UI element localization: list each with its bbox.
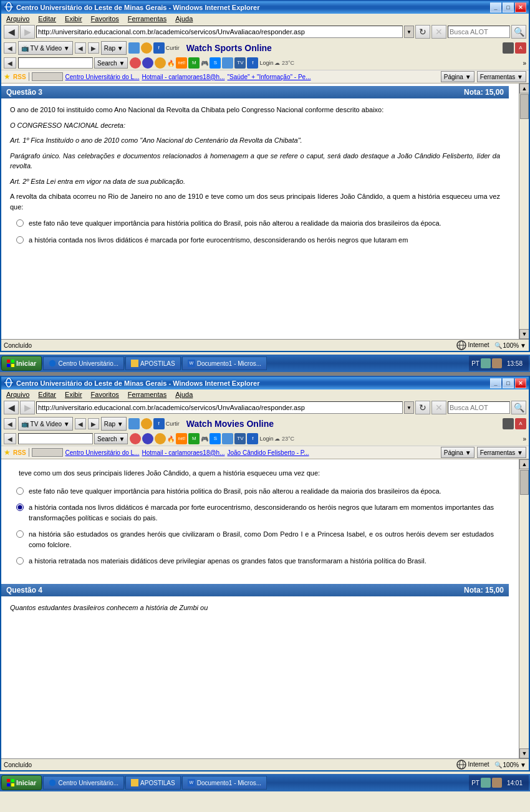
link-centro-2[interactable]: Centro Universitário do L... (65, 449, 140, 456)
scroll-down-2[interactable]: ▼ (519, 748, 529, 758)
sep1 (29, 72, 29, 81)
nav-back3-1[interactable]: ◀ (4, 57, 16, 69)
scroll-down-1[interactable]: ▼ (519, 329, 529, 339)
radio-option-b-1[interactable] (16, 236, 24, 244)
svg-rect-8 (7, 364, 10, 367)
lang-pt-2: PT (471, 780, 479, 786)
svg-rect-6 (7, 360, 10, 363)
zoom-icon-2: 🔍 (494, 762, 502, 768)
maximize-button-1[interactable]: □ (503, 2, 514, 12)
scroll-up-2[interactable]: ▲ (519, 459, 529, 469)
menu-favoritos-2[interactable]: Favoritos (89, 390, 122, 399)
taskbar-item-doc-1[interactable]: W Documento1 - Micros... (182, 356, 267, 370)
search-input2-1[interactable] (18, 57, 93, 69)
menu-exibir-1[interactable]: Exibir (62, 14, 85, 23)
search-btn2-2[interactable]: Search ▼ (94, 433, 128, 444)
scroll-thumb-1[interactable] (520, 94, 529, 119)
tray-icon-3 (481, 778, 491, 788)
menu-ajuda-2[interactable]: Ajuda (173, 390, 195, 399)
refresh-button-2[interactable]: ↻ (415, 401, 430, 414)
search-area-1: 🔍 (448, 25, 526, 39)
media-back-1[interactable]: ◀ (75, 42, 86, 54)
tab-icon-area-1 (32, 72, 63, 81)
radio-option-a-2[interactable] (16, 487, 24, 495)
address-dropdown-2[interactable]: ▼ (404, 401, 414, 414)
rap-btn-2[interactable]: Rap ▼ (101, 417, 127, 431)
menu-editar-1[interactable]: Editar (36, 14, 59, 23)
taskbar-item-doc-2[interactable]: W Documento1 - Micros... (182, 776, 267, 790)
close-button-2[interactable]: ✕ (515, 378, 526, 388)
zoom-dropdown-1[interactable]: ▼ (520, 342, 526, 349)
taskbar-item-centro-2[interactable]: Centro Universitário... (43, 776, 124, 790)
nav-back3-2[interactable]: ◀ (4, 433, 16, 444)
search-btn2-1[interactable]: Search ▼ (94, 57, 128, 69)
link-joao-2[interactable]: João Cândido Felisberto - P... (228, 449, 309, 456)
question4-label: Questão 4 (6, 586, 42, 595)
link-hotmail-1[interactable]: Hotmail - carlamoraes18@h... (142, 74, 225, 80)
search-button-2[interactable]: 🔍 (511, 401, 526, 414)
tv-video-btn-2[interactable]: 📺 TV & Video ▼ (18, 417, 73, 431)
radio-option-b-2[interactable] (16, 504, 24, 511)
menu-arquivo-2[interactable]: Arquivo (4, 390, 32, 399)
rap-btn-1[interactable]: Rap ▼ (101, 41, 127, 55)
watch-movies-label-2: Watch Movies Online (186, 419, 274, 429)
links-bar-1: ★ RSS Centro Universitário do L... Hotma… (1, 70, 529, 83)
taskbar-item-apostilas-2[interactable]: APOSTILAS (125, 776, 181, 790)
minimize-button-2[interactable]: _ (490, 378, 501, 388)
close-button-1[interactable]: ✕ (515, 2, 526, 12)
toolbar-row3-1: ◀ Search ▼ 🔥 net! M 🎮 S TV f Login ☁ 23°… (1, 56, 529, 70)
stop-button-2[interactable]: ✕ (431, 401, 446, 414)
ferramentas-btn-2[interactable]: Ferramentas ▼ (477, 447, 526, 458)
radio-option-a-1[interactable] (16, 219, 24, 227)
start-button-2[interactable]: Iniciar (1, 775, 42, 790)
toolbar-icons-1: f Curtir (128, 42, 180, 54)
media-play-2[interactable]: ▶ (88, 418, 99, 429)
link-hotmail-2[interactable]: Hotmail - carlamoraes18@h... (142, 449, 225, 456)
links-bar-2: ★ RSS Centro Universitário do L... Hotma… (1, 446, 529, 459)
menu-ajuda-1[interactable]: Ajuda (173, 14, 195, 23)
link-saude-1[interactable]: "Saúde" + "Informação" - Pe... (228, 74, 311, 80)
taskbar-tray-1: PT 13:58 (469, 356, 529, 371)
link-centro-1[interactable]: Centro Universitário do L... (65, 74, 140, 80)
menu-editar-2[interactable]: Editar (36, 390, 59, 399)
menu-arquivo-1[interactable]: Arquivo (4, 14, 32, 23)
media-back-2[interactable]: ◀ (75, 418, 86, 429)
scroll-up-1[interactable]: ▲ (519, 84, 529, 93)
address-bar-2[interactable] (36, 401, 403, 414)
menu-ferramentas-1[interactable]: Ferramentas (125, 14, 169, 23)
search-input-2[interactable] (448, 401, 510, 414)
start-button-1[interactable]: Iniciar (1, 356, 42, 371)
stop-button-1[interactable]: ✕ (431, 25, 446, 39)
scroll-thumb-2[interactable] (520, 470, 529, 495)
tv-video-btn-1[interactable]: 📺 TV & Video ▼ (18, 41, 73, 55)
back-button-2[interactable]: ◀ (4, 401, 19, 414)
tab-icon-area-2 (32, 448, 63, 457)
back-btn2-1[interactable]: ◀ (4, 42, 16, 54)
forward-button-2[interactable]: ▶ (20, 401, 35, 414)
pagina-btn-2[interactable]: Página ▼ (441, 447, 475, 458)
back-btn2-2[interactable]: ◀ (4, 418, 16, 429)
media-play-1[interactable]: ▶ (88, 42, 99, 54)
ferramentas-btn-1[interactable]: Ferramentas ▼ (477, 71, 526, 82)
address-dropdown-1[interactable]: ▼ (404, 26, 414, 38)
radio-option-c-2[interactable] (16, 530, 24, 538)
maximize-button-2[interactable]: □ (503, 378, 514, 388)
pagina-btn-1[interactable]: Página ▼ (441, 71, 475, 82)
taskbar-item-apostilas-1[interactable]: APOSTILAS (125, 356, 181, 370)
taskbar-item-centro-1[interactable]: Centro Universitário... (43, 356, 124, 370)
menu-favoritos-1[interactable]: Favoritos (89, 14, 122, 23)
menu-ferramentas-2[interactable]: Ferramentas (125, 390, 169, 399)
option-d-2: a historia retratada nos materiais didát… (10, 556, 500, 566)
minimize-button-1[interactable]: _ (490, 2, 501, 12)
address-bar-1[interactable] (36, 26, 403, 38)
refresh-button-1[interactable]: ↻ (415, 25, 430, 39)
search-button-1[interactable]: 🔍 (511, 25, 526, 39)
zoom-dropdown-2[interactable]: ▼ (520, 762, 526, 768)
forward-button-1[interactable]: ▶ (20, 25, 35, 39)
back-button-1[interactable]: ◀ (4, 25, 19, 39)
search-input-1[interactable] (448, 26, 510, 38)
menu-exibir-2[interactable]: Exibir (62, 390, 85, 399)
radio-option-d-2[interactable] (16, 557, 24, 565)
search-input2-2[interactable] (18, 433, 93, 444)
question3-body: O ano de 2010 foi instituído como Ano Na… (1, 98, 509, 257)
